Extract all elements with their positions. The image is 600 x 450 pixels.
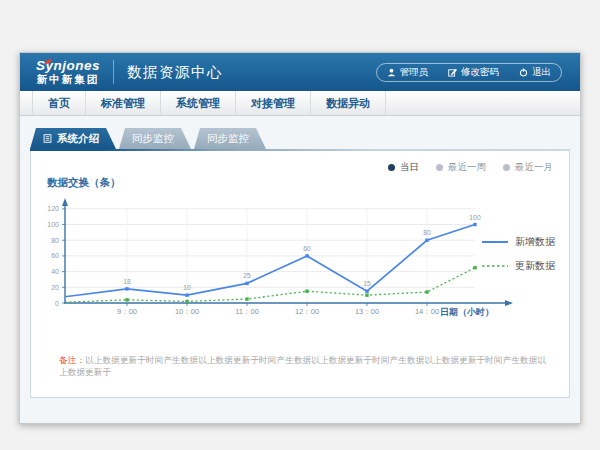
content-area: 系统介绍 同步监控 同步监控 当日 最近一周 [20, 116, 580, 423]
svg-text:10: 10 [183, 284, 191, 291]
svg-text:80: 80 [423, 229, 431, 236]
svg-text:9：00: 9：00 [117, 307, 137, 316]
legend-item-updated-data: 更新数据 [482, 259, 555, 273]
svg-text:14：00: 14：00 [415, 307, 439, 316]
nav-item-standards[interactable]: 标准管理 [85, 91, 160, 115]
svg-text:80: 80 [51, 237, 59, 244]
svg-text:12：00: 12：00 [295, 307, 319, 316]
tab-label: 同步监控 [132, 132, 174, 146]
tab-sync-monitor-1[interactable]: 同步监控 [119, 128, 191, 149]
logo-english: Synjones [36, 59, 100, 73]
edit-icon [448, 68, 457, 77]
app-header: Synjones 新中新集团 数据资源中心 管理员 修改密码 [20, 53, 580, 91]
svg-text:11：00: 11：00 [235, 307, 259, 316]
power-icon [519, 68, 528, 77]
radio-icon [503, 164, 510, 171]
chart-legend: 新增数据 更新数据 [482, 235, 555, 283]
filter-label: 当日 [400, 161, 419, 174]
period-filters: 当日 最近一周 最近一月 [388, 161, 553, 174]
nav-item-home[interactable]: 首页 [32, 91, 85, 115]
nav-item-system[interactable]: 系统管理 [160, 91, 235, 115]
change-password-label: 修改密码 [461, 66, 499, 79]
filter-last-month[interactable]: 最近一月 [503, 161, 553, 174]
svg-text:15: 15 [363, 280, 371, 287]
remark-note: 备注：以上数据更新于时间产生数据以上数据更新于时间产生数据以上数据更新于时间产生… [59, 355, 553, 379]
radio-icon [436, 164, 443, 171]
tab-label: 系统介绍 [57, 132, 99, 146]
main-nav: 首页 标准管理 系统管理 对接管理 数据异动 [20, 91, 580, 116]
svg-text:60: 60 [51, 252, 59, 259]
tab-label: 同步监控 [207, 132, 249, 146]
document-icon [43, 133, 52, 145]
svg-text:60: 60 [303, 245, 311, 252]
svg-text:10：00: 10：00 [175, 307, 199, 316]
header-divider [113, 60, 114, 84]
filter-label: 最近一月 [515, 161, 553, 174]
admin-user-button[interactable]: 管理员 [377, 66, 439, 79]
company-logo: Synjones 新中新集团 [36, 59, 100, 84]
logo-chinese: 新中新集团 [36, 74, 100, 85]
svg-text:40: 40 [51, 268, 59, 275]
user-toolbar: 管理员 修改密码 退出 [376, 63, 563, 82]
user-icon [387, 68, 396, 77]
chart-panel: 当日 最近一周 最近一月 数据交换（条） 0204060801001209：00… [30, 151, 570, 398]
tab-bar: 系统介绍 同步监控 同步监控 [30, 128, 570, 149]
svg-text:120: 120 [47, 205, 59, 212]
radio-selected-icon [388, 164, 395, 171]
filter-today[interactable]: 当日 [388, 161, 419, 174]
line-chart: 0204060801001209：0010：0011：0012：0013：001… [35, 191, 555, 329]
legend-label: 更新数据 [515, 259, 555, 273]
svg-text:0: 0 [55, 300, 59, 307]
chart-container: 0204060801001209：0010：0011：0012：0013：001… [35, 191, 555, 333]
legend-line-dotted-icon [482, 262, 508, 270]
svg-text:100: 100 [47, 221, 59, 228]
remark-text: 以上数据更新于时间产生数据以上数据更新于时间产生数据以上数据更新于时间产生数据以… [59, 355, 546, 377]
tab-sync-monitor-2[interactable]: 同步监控 [194, 128, 266, 149]
filter-label: 最近一周 [448, 161, 486, 174]
tab-system-intro[interactable]: 系统介绍 [30, 128, 116, 149]
svg-text:13：00: 13：00 [355, 307, 379, 316]
change-password-button[interactable]: 修改密码 [438, 66, 509, 79]
admin-user-label: 管理员 [400, 66, 429, 79]
page-title: 数据资源中心 [127, 63, 223, 82]
logout-button[interactable]: 退出 [509, 66, 561, 79]
filter-last-week[interactable]: 最近一周 [436, 161, 486, 174]
legend-label: 新增数据 [515, 235, 555, 249]
nav-item-interface[interactable]: 对接管理 [235, 91, 310, 115]
svg-text:日期（小时）: 日期（小时） [440, 307, 494, 317]
svg-text:18: 18 [123, 278, 131, 285]
logout-label: 退出 [532, 66, 551, 79]
y-axis-title: 数据交换（条） [47, 176, 121, 190]
svg-text:100: 100 [469, 214, 481, 221]
svg-text:25: 25 [243, 272, 251, 279]
legend-line-solid-icon [482, 238, 508, 246]
app-window: Synjones 新中新集团 数据资源中心 管理员 修改密码 [19, 52, 581, 424]
remark-prefix: 备注： [59, 355, 85, 365]
svg-text:20: 20 [51, 284, 59, 291]
nav-item-changes[interactable]: 数据异动 [310, 91, 386, 115]
legend-item-new-data: 新增数据 [482, 235, 555, 249]
